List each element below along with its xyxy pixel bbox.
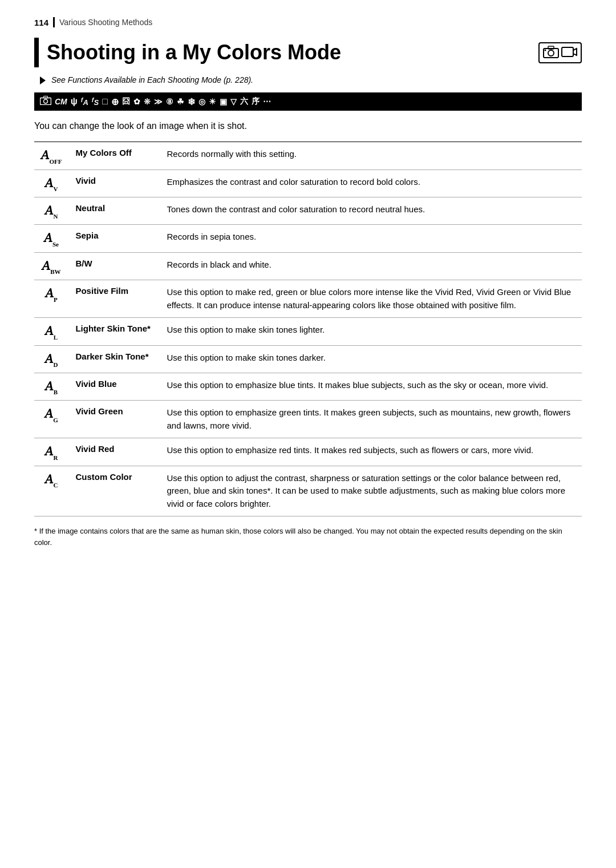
mode-icon-camera <box>40 96 51 107</box>
svg-rect-2 <box>548 46 554 49</box>
row-desc-cell: Use this option to make skin tones light… <box>160 318 582 345</box>
svg-point-3 <box>545 49 546 51</box>
row-icon-cell: 𝐴P <box>34 280 68 318</box>
row-name-cell: Vivid <box>68 169 160 197</box>
row-name-cell: Darker Skin Tone* <box>68 345 160 373</box>
mode-symbol-a_n: 𝐴N <box>45 203 58 219</box>
mode-icon-chi2: 序 <box>252 96 260 107</box>
row-name-cell: Vivid Red <box>68 438 160 466</box>
page-section-label: Various Shooting Methods <box>59 18 152 27</box>
page-header: 114 Various Shooting Methods <box>34 17 582 27</box>
mode-symbol-a_d: 𝐴D <box>45 352 58 367</box>
see-functions-text: See Functions Available in Each Shooting… <box>51 75 253 84</box>
mode-symbol-a_c: 𝐴C <box>45 472 58 487</box>
row-icon-cell: 𝐴L <box>34 318 68 345</box>
table-row: 𝐴P Positive FilmUse this option to make … <box>34 280 582 318</box>
row-icon-cell: 𝐴N <box>34 197 68 225</box>
mode-icon-spark2: ❊ <box>144 97 151 106</box>
mode-icon-leaf: ☘ <box>177 97 184 106</box>
mode-symbol-a_se: 𝐴Se <box>44 231 59 246</box>
mode-icon-fa: fA <box>81 96 88 107</box>
row-name-cell: Vivid Blue <box>68 373 160 401</box>
row-desc-cell: Use this option to emphasize blue tints.… <box>160 373 582 401</box>
row-icon-cell: 𝐴Se <box>34 225 68 252</box>
mode-icon-spark1: ✿ <box>133 97 140 106</box>
row-desc-cell: Tones down the contrast and color satura… <box>160 197 582 225</box>
footnote: * If the image contains colors that are … <box>34 526 582 548</box>
row-name-cell: My Colors Off <box>68 142 160 169</box>
mode-icon-dots: ⋯ <box>263 97 271 106</box>
mode-icon-8: ⑧ <box>166 97 173 106</box>
row-name-cell: Lighter Skin Tone* <box>68 318 160 345</box>
chapter-title: Shooting in a My Colors Mode <box>34 38 582 67</box>
mode-icon-snowflake: ❄ <box>188 96 195 107</box>
mode-icon-sun: ☀ <box>209 97 216 106</box>
mode-icon-chi1: 六 <box>240 96 248 107</box>
mode-icon-circle: ◎ <box>198 97 205 106</box>
row-icon-cell: 𝐴C <box>34 466 68 516</box>
mode-symbol-a_p: 𝐴P <box>46 286 58 301</box>
table-row: 𝐴D Darker Skin Tone*Use this option to m… <box>34 345 582 373</box>
intro-text: You can change the look of an image when… <box>34 121 582 131</box>
row-icon-cell: 𝐴G <box>34 401 68 438</box>
row-desc-cell: Use this option to make red, green or bl… <box>160 280 582 318</box>
row-icon-cell: 𝐴BW <box>34 252 68 280</box>
page-wrapper: 114 Various Shooting Methods Shooting in… <box>0 0 616 868</box>
row-desc-cell: Use this option to make skin tones darke… <box>160 345 582 373</box>
table-row: 𝐴Se SepiaRecords in sepia tones. <box>34 225 582 252</box>
table-row: 𝐴V VividEmphasizes the contrast and colo… <box>34 169 582 197</box>
page-number-bar <box>53 17 55 27</box>
row-desc-cell: Use this option to emphasize red tints. … <box>160 438 582 466</box>
table-row: 𝐴N NeutralTones down the contrast and co… <box>34 197 582 225</box>
mode-icons-bar: CM ψ fA fS □ ⊕ 囧 ✿ ❊ ≫ ⑧ ☘ ❄ ◎ ☀ ▣ ▽ 六 序… <box>34 92 582 111</box>
mode-icon-sq: □ <box>102 96 108 107</box>
table-row: 𝐴OFF My Colors OffRecords normally with … <box>34 142 582 169</box>
table-row: 𝐴G Vivid GreenUse this option to emphasi… <box>34 401 582 438</box>
row-desc-cell: Records in black and white. <box>160 252 582 280</box>
table-row: 𝐴BW B/WRecords in black and white. <box>34 252 582 280</box>
svg-rect-4 <box>562 47 573 56</box>
row-name-cell: Neutral <box>68 197 160 225</box>
mode-icon-cm: CM <box>55 97 67 106</box>
table-row: 𝐴R Vivid RedUse this option to emphasize… <box>34 438 582 466</box>
mode-icon-face: 囧 <box>122 96 130 107</box>
color-modes-table: 𝐴OFF My Colors OffRecords normally with … <box>34 142 582 516</box>
mode-symbol-a_g: 𝐴G <box>45 406 58 422</box>
svg-point-7 <box>44 99 48 103</box>
row-desc-cell: Records normally with this setting. <box>160 142 582 169</box>
table-row: 𝐴B Vivid BlueUse this option to emphasiz… <box>34 373 582 401</box>
mode-icon-chevron: ≫ <box>154 97 163 106</box>
page-number: 114 <box>34 18 48 27</box>
row-icon-cell: 𝐴V <box>34 169 68 197</box>
camera-icon <box>543 46 559 60</box>
mode-symbol-a_l: 𝐴L <box>45 324 58 339</box>
mode-icon-psi: ψ <box>71 96 78 107</box>
row-desc-cell: Emphasizes the contrast and color satura… <box>160 169 582 197</box>
mode-symbol-a_r: 𝐴R <box>45 444 58 459</box>
mode-icon-square2: ▣ <box>220 97 227 106</box>
row-name-cell: Positive Film <box>68 280 160 318</box>
row-name-cell: Vivid Green <box>68 401 160 438</box>
row-name-cell: Custom Color <box>68 466 160 516</box>
table-row: 𝐴C Custom ColorUse this option to adjust… <box>34 466 582 516</box>
page-title: Shooting in a My Colors Mode <box>47 41 530 64</box>
mode-icon-target: ⊕ <box>111 96 119 107</box>
svg-point-1 <box>548 50 554 56</box>
movie-icon <box>561 46 577 60</box>
row-icon-cell: 𝐴D <box>34 345 68 373</box>
table-row: 𝐴L Lighter Skin Tone*Use this option to … <box>34 318 582 345</box>
arrow-icon <box>40 76 46 84</box>
row-desc-cell: Records in sepia tones. <box>160 225 582 252</box>
row-name-cell: B/W <box>68 252 160 280</box>
row-desc-cell: Use this option to adjust the contrast, … <box>160 466 582 516</box>
see-functions: See Functions Available in Each Shooting… <box>40 75 582 84</box>
mode-symbol-a_off: 𝐴OFF <box>41 148 62 163</box>
row-icon-cell: 𝐴B <box>34 373 68 401</box>
row-desc-cell: Use this option to emphasize green tints… <box>160 401 582 438</box>
svg-marker-5 <box>573 49 577 55</box>
mode-symbol-a_v: 𝐴V <box>45 176 58 191</box>
mode-symbol-a_b: 𝐴B <box>45 379 58 394</box>
mode-icon-tri: ▽ <box>230 97 237 106</box>
mode-symbol-a_bw: 𝐴BW <box>42 259 61 274</box>
mode-icon-fs: fS <box>92 96 99 107</box>
